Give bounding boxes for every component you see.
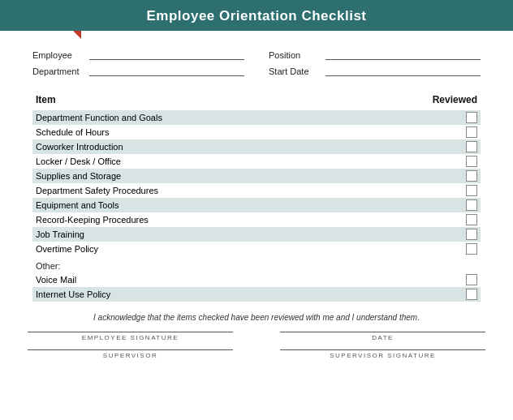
checklist-item-label: Locker / Desk / Office <box>36 156 121 166</box>
position-input[interactable] <box>325 47 481 60</box>
sig-row-2: SUPERVISOR SUPERVISOR SIGNATURE <box>16 349 497 359</box>
checklist-item-label: Overtime Policy <box>36 244 98 254</box>
sig-line <box>28 349 233 350</box>
sig-block: SUPERVISOR <box>16 349 244 359</box>
checklist-items: Department Function and Goals Schedule o… <box>32 110 481 256</box>
checklist-item: Locker / Desk / Office <box>32 154 481 169</box>
checklist-item-label: Department Safety Procedures <box>36 186 158 195</box>
sig-label: EMPLOYEE SIGNATURE <box>82 334 179 341</box>
other-items: Voice Mail Internet Use Policy <box>32 272 481 302</box>
sig-spacer <box>244 349 269 359</box>
position-label: Position <box>269 50 325 60</box>
sig-line <box>280 349 485 350</box>
title-text: Employee Orientation Checklist <box>146 8 366 24</box>
checklist-checkbox[interactable] <box>466 243 477 255</box>
checklist-checkbox[interactable] <box>466 185 477 196</box>
checklist-checkbox[interactable] <box>466 156 477 167</box>
department-input[interactable] <box>89 63 244 76</box>
checklist-header: Item Reviewed <box>32 91 481 109</box>
right-fields: Position Start Date <box>269 47 481 79</box>
sig-spacer <box>244 332 269 341</box>
sig-block: EMPLOYEE SIGNATURE <box>16 332 244 341</box>
checklist-checkbox[interactable] <box>466 229 477 240</box>
other-checklist-checkbox[interactable] <box>466 289 477 300</box>
position-row: Position <box>269 47 481 60</box>
page: Employee Orientation Checklist Employee … <box>0 0 513 420</box>
sig-block: SUPERVISOR SIGNATURE <box>269 349 497 359</box>
checklist-item-label: Coworker Introduction <box>36 142 123 152</box>
acknowledgement-text: I acknowledge that the items checked hav… <box>93 313 420 322</box>
employee-row: Employee <box>32 47 244 60</box>
checklist-item-label: Department Function and Goals <box>36 113 162 122</box>
form-section: Employee Department Position Start Date <box>0 37 513 79</box>
checklist-item: Department Function and Goals <box>32 110 481 125</box>
checklist-checkbox[interactable] <box>466 214 477 225</box>
other-checklist-item: Voice Mail <box>32 272 481 287</box>
checklist-item-label: Schedule of Hours <box>36 127 110 137</box>
other-checklist-item: Internet Use Policy <box>32 287 481 302</box>
sig-label: SUPERVISOR SIGNATURE <box>330 352 436 359</box>
checklist-item: Coworker Introduction <box>32 139 481 154</box>
other-label-row: Other: <box>32 256 481 272</box>
checklist-item-label: Supplies and Storage <box>36 171 121 181</box>
checklist-checkbox[interactable] <box>466 112 477 123</box>
employee-label: Employee <box>32 50 89 60</box>
checklist-checkbox[interactable] <box>466 199 477 211</box>
checklist-checkbox[interactable] <box>466 126 477 138</box>
start-date-label: Start Date <box>269 66 325 76</box>
other-checklist-checkbox[interactable] <box>466 274 477 285</box>
other-label: Other: <box>36 261 61 271</box>
checklist-item: Supplies and Storage <box>32 169 481 183</box>
sig-block: DATE <box>269 332 497 341</box>
department-row: Department <box>32 63 244 76</box>
checklist-item-label: Record-Keeping Procedures <box>36 215 149 225</box>
sig-line <box>28 332 233 332</box>
checklist-item: Schedule of Hours <box>32 125 481 139</box>
checklist-item: Record-Keeping Procedures <box>32 212 481 227</box>
sig-row-1: EMPLOYEE SIGNATURE DATE <box>16 332 497 341</box>
start-date-row: Start Date <box>269 63 481 76</box>
col-item-label: Item <box>36 94 56 105</box>
other-checklist-item-label: Internet Use Policy <box>36 289 110 299</box>
checklist-item: Job Training <box>32 227 481 242</box>
form-fields-row: Employee Department Position Start Date <box>32 47 481 79</box>
col-reviewed-label: Reviewed <box>433 94 477 105</box>
other-checklist-item-label: Voice Mail <box>36 275 76 285</box>
left-fields: Employee Department <box>32 47 244 79</box>
sig-line <box>280 332 485 332</box>
sig-label: SUPERVISOR <box>103 352 157 359</box>
checklist-item: Equipment and Tools <box>32 198 481 212</box>
checklist-item: Department Safety Procedures <box>32 183 481 198</box>
start-date-input[interactable] <box>325 63 481 76</box>
checklist-item-label: Job Training <box>36 229 84 239</box>
red-corner-icon <box>73 31 81 39</box>
checklist-item-label: Equipment and Tools <box>36 200 119 210</box>
page-title: Employee Orientation Checklist <box>0 0 513 31</box>
sig-label: DATE <box>372 334 394 341</box>
checklist-item: Overtime Policy <box>32 242 481 256</box>
signature-section: EMPLOYEE SIGNATURE DATE SUPERVISOR SUPER… <box>0 328 513 371</box>
acknowledgement: I acknowledge that the items checked hav… <box>0 302 513 328</box>
employee-input[interactable] <box>89 47 244 60</box>
checklist-checkbox[interactable] <box>466 170 477 182</box>
checklist-section: Item Reviewed Department Function and Go… <box>0 83 513 302</box>
department-label: Department <box>32 66 89 76</box>
checklist-checkbox[interactable] <box>466 141 477 152</box>
